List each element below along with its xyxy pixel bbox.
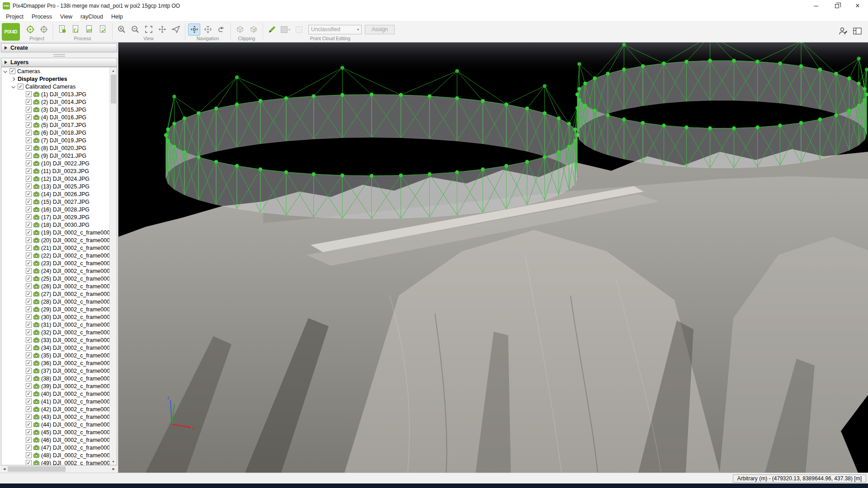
user-account-icon[interactable] [838, 27, 848, 38]
camera-checkbox[interactable] [26, 176, 32, 182]
camera-checkbox[interactable] [26, 153, 32, 159]
tree-item-camera[interactable]: (46) DJI_0002_c_frame000 [1, 436, 109, 444]
scroll-up-icon[interactable]: ▲ [110, 67, 117, 74]
zoom-out-icon[interactable] [129, 23, 141, 36]
cameras-checkbox[interactable] [9, 68, 15, 74]
tree-item-camera[interactable]: (49) DJI_0002_c_frame000 [1, 459, 109, 465]
camera-checkbox[interactable] [26, 114, 32, 120]
camera-checkbox[interactable] [26, 383, 32, 389]
reprocess-icon[interactable] [70, 23, 82, 36]
tree-item-camera[interactable]: (48) DJI_0002_c_frame000 [1, 451, 109, 459]
layers-panel-header[interactable]: Layers [1, 58, 117, 67]
camera-checkbox[interactable] [26, 429, 32, 435]
calibrated-cameras-checkbox[interactable] [18, 84, 24, 89]
tree-item-camera[interactable]: (19) DJI_0002_c_frame000 [1, 229, 109, 236]
expander-icon[interactable] [3, 69, 7, 73]
vertical-scroll-thumb[interactable] [111, 75, 116, 103]
tree-item-camera[interactable]: (35) DJI_0002_c_frame000 [1, 352, 109, 359]
camera-checkbox[interactable] [26, 145, 32, 151]
camera-checkbox[interactable] [26, 206, 32, 212]
camera-checkbox[interactable] [26, 391, 32, 397]
tree-item-cameras[interactable]: Cameras [1, 67, 109, 75]
class-color-swatch[interactable]: ▾ [279, 23, 292, 36]
tree-item-camera[interactable]: (34) DJI_0002_c_frame000 [1, 344, 109, 352]
camera-checkbox[interactable] [26, 222, 32, 228]
tree-item-camera[interactable]: (4) DJI_0016.JPG [1, 113, 109, 121]
tree-item-camera[interactable]: (33) DJI_0002_c_frame000 [1, 336, 109, 344]
tree-item-camera[interactable]: (13) DJI_0025.JPG [1, 183, 109, 190]
camera-checkbox[interactable] [26, 337, 32, 343]
tree-item-camera[interactable]: (24) DJI_0002_c_frame000 [1, 267, 109, 275]
menu-help[interactable]: Help [107, 12, 127, 21]
tree-item-camera[interactable]: (23) DJI_0002_c_frame000 [1, 259, 109, 267]
quality-report-icon[interactable] [97, 23, 109, 36]
panel-splitter[interactable] [0, 52, 118, 58]
camera-checkbox[interactable] [26, 137, 32, 143]
camera-checkbox[interactable] [26, 452, 32, 458]
camera-checkbox[interactable] [26, 260, 32, 266]
vertical-scrollbar[interactable]: ▲ ▼ [109, 67, 117, 465]
camera-checkbox[interactable] [26, 268, 32, 274]
camera-checkbox[interactable] [26, 291, 32, 297]
zoom-in-icon[interactable] [115, 23, 127, 36]
layout-icon[interactable] [853, 27, 863, 38]
tree-item-display-properties[interactable]: Display Properties [1, 75, 109, 83]
tree-item-camera[interactable]: (7) DJI_0019.JPG [1, 136, 109, 144]
camera-checkbox[interactable] [26, 283, 32, 289]
tree-item-camera[interactable]: (43) DJI_0002_c_frame000 [1, 413, 109, 421]
camera-checkbox[interactable] [26, 214, 32, 220]
tree-item-camera[interactable]: (17) DJI_0029.JPG [1, 213, 109, 221]
raycloud-3d-viewport[interactable]: z x [118, 42, 868, 473]
tree-item-camera[interactable]: (2) DJI_0014.JPG [1, 98, 109, 106]
camera-checkbox[interactable] [26, 299, 32, 305]
camera-checkbox[interactable] [26, 237, 32, 243]
camera-checkbox[interactable] [26, 445, 32, 450]
tree-item-camera[interactable]: (3) DJI_0015.JPG [1, 106, 109, 113]
camera-checkbox[interactable] [26, 122, 32, 128]
minimize-button[interactable] [806, 0, 826, 12]
menu-process[interactable]: Process [28, 12, 56, 21]
tree-item-camera[interactable]: (47) DJI_0002_c_frame000 [1, 444, 109, 451]
open-project-icon[interactable] [24, 23, 36, 36]
camera-checkbox[interactable] [26, 253, 32, 258]
tree-item-camera[interactable]: (29) DJI_0002_c_frame000 [1, 305, 109, 313]
camera-checkbox[interactable] [26, 460, 32, 465]
menu-project[interactable]: Project [2, 12, 28, 21]
scroll-down-icon[interactable]: ▼ [110, 458, 117, 465]
horizontal-scrollbar[interactable]: ◀ ▶ [1, 465, 117, 472]
menu-raycloud[interactable]: rayCloud [76, 12, 107, 21]
menu-view[interactable]: View [56, 12, 76, 21]
camera-checkbox[interactable] [26, 399, 32, 404]
create-panel-header[interactable]: Create [1, 43, 117, 52]
tree-item-camera[interactable]: (27) DJI_0002_c_frame000 [1, 290, 109, 298]
pan-navigation-icon[interactable] [202, 23, 214, 36]
tree-item-camera[interactable]: (21) DJI_0002_c_frame000 [1, 244, 109, 252]
horizontal-scroll-thumb[interactable] [8, 466, 66, 472]
assign-button[interactable]: Assign [365, 25, 395, 34]
camera-checkbox[interactable] [26, 414, 32, 420]
fit-view-icon[interactable] [142, 23, 155, 36]
camera-checkbox[interactable] [26, 322, 32, 328]
tree-item-camera[interactable]: (5) DJI_0017.JPG [1, 121, 109, 129]
tree-item-camera[interactable]: (8) DJI_0020.JPG [1, 144, 109, 152]
expander-icon[interactable] [11, 77, 15, 80]
camera-checkbox[interactable] [26, 245, 32, 251]
tree-item-camera[interactable]: (39) DJI_0002_c_frame000 [1, 382, 109, 390]
camera-checkbox[interactable] [26, 329, 32, 335]
camera-checkbox[interactable] [26, 437, 32, 443]
tree-item-camera[interactable]: (25) DJI_0002_c_frame000 [1, 275, 109, 282]
edit-point-cloud-icon[interactable] [266, 23, 278, 36]
tree-item-camera[interactable]: (20) DJI_0002_c_frame000 [1, 236, 109, 244]
camera-checkbox[interactable] [26, 199, 32, 205]
tree-item-camera[interactable]: (9) DJI_0021.JPG [1, 152, 109, 160]
classification-dropdown[interactable]: Unclassified ▾ [308, 25, 362, 34]
camera-checkbox[interactable] [26, 368, 32, 374]
tree-item-camera[interactable]: (42) DJI_0002_c_frame000 [1, 405, 109, 413]
tree-item-camera[interactable]: (14) DJI_0026.JPG [1, 190, 109, 198]
tree-item-calibrated-cameras[interactable]: Calibrated Cameras [1, 83, 109, 90]
camera-checkbox[interactable] [26, 160, 32, 166]
tree-item-camera[interactable]: (41) DJI_0002_c_frame000 [1, 398, 109, 405]
tree-item-camera[interactable]: (31) DJI_0002_c_frame000 [1, 321, 109, 328]
camera-checkbox[interactable] [26, 406, 32, 412]
tree-item-camera[interactable]: (30) DJI_0002_c_frame000 [1, 313, 109, 321]
